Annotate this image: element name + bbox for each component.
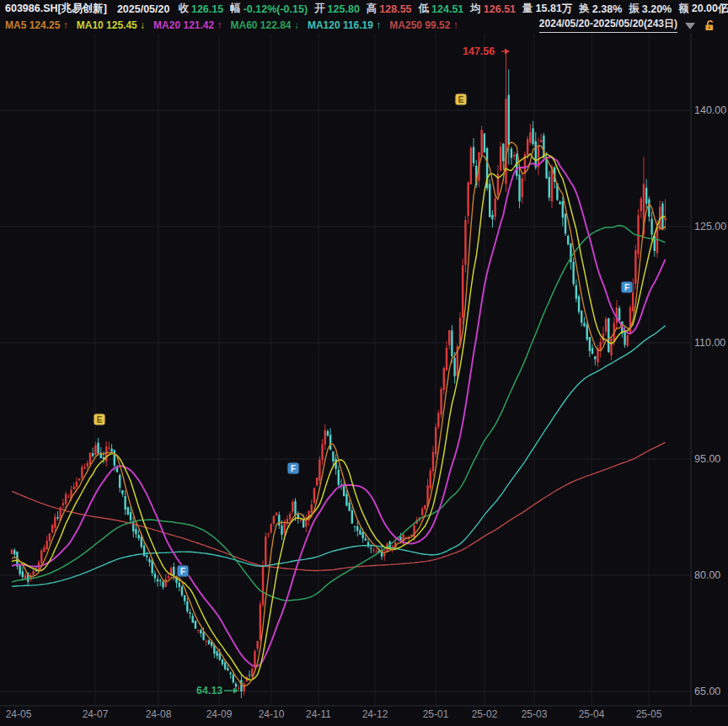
month-tick-label: 24-12 [362, 708, 388, 720]
ma-line-ma10 [12, 154, 666, 681]
ma-legend-ma250[interactable]: MA250 99.52 ↑ [389, 19, 458, 31]
quote-field-均: 均126.51 [470, 2, 516, 16]
price-tick-label: 110.00 [694, 337, 725, 349]
month-tick-label: 25-05 [636, 708, 662, 720]
gridlines [0, 34, 728, 706]
badge-E[interactable]: E [94, 414, 105, 425]
header-fields: 收126.15幅-0.12%(-0.15)开125.80高128.55低124.… [178, 2, 728, 16]
price-tick-label: 65.00 [694, 686, 720, 697]
unlock-icon[interactable] [704, 19, 716, 31]
month-tick-label: 24-07 [83, 708, 109, 720]
svg-text:F: F [180, 567, 185, 576]
ma-legend-ma5[interactable]: MA5 124.25 ↑ [5, 19, 68, 31]
month-tick-label: 25-02 [472, 708, 498, 720]
ma-legend-bar: MA5 124.25 ↑MA10 125.45 ↓MA20 121.42 ↑MA… [0, 18, 728, 32]
quote-field-高: 高128.55 [367, 2, 412, 16]
kline-app-window: { "header": { "symbol": "603986.SH[兆易创新]… [0, 0, 728, 726]
ma-legend-ma20[interactable]: MA20 121.42 ↑ [153, 19, 222, 31]
ma-legend-ma60[interactable]: MA60 122.84 ↓ [231, 19, 299, 31]
month-tick-label: 24-08 [146, 708, 172, 720]
badge-F[interactable]: F [621, 281, 633, 293]
ma-legend-ma10[interactable]: MA10 125.45 ↓ [77, 19, 145, 31]
kline-svg[interactable]: 140.00125.00110.0095.0080.0065.0024-0524… [0, 0, 728, 726]
annotation-low: 64.13 [196, 685, 222, 697]
month-tick-label: 25-01 [423, 708, 449, 720]
svg-text:E: E [97, 415, 103, 424]
quote-field-收: 收126.15 [178, 2, 223, 16]
quote-field-幅: 幅-0.12%(-0.15) [230, 2, 308, 16]
price-annotations: 147.5664.13 [196, 45, 510, 697]
month-tick-label: 25-04 [579, 708, 605, 720]
quote-field-振: 振3.20% [629, 2, 672, 16]
month-tick-label: 24-11 [306, 708, 331, 720]
month-tick-label: 24-05 [6, 708, 32, 720]
svg-text:F: F [624, 283, 629, 292]
ma-line-ma20 [12, 157, 666, 666]
quote-field-量: 量15.81万 [522, 2, 572, 16]
month-tick-label: 25-03 [522, 708, 548, 720]
range-selector-label[interactable]: 2024/05/20-2025/05/20(243日) [539, 17, 677, 33]
quote-field-开: 开125.80 [314, 2, 360, 16]
ma-line-ma120 [12, 326, 666, 587]
price-tick-label: 125.00 [694, 221, 726, 232]
header-bar: 603986.SH[兆易创新] 2025/05/20 收126.15幅-0.12… [0, 0, 728, 18]
quote-field-换: 换2.38% [579, 2, 622, 16]
ma-legend-ma120[interactable]: MA120 116.19 ↑ [308, 19, 381, 31]
price-tick-label: 80.00 [694, 569, 720, 581]
quote-field-低: 低124.51 [419, 2, 464, 16]
quote-date: 2025/05/20 [117, 3, 170, 15]
ma-lines [12, 142, 666, 686]
svg-text:E: E [458, 95, 464, 104]
badge-F[interactable]: F [177, 565, 189, 577]
price-tick-label: 95.00 [694, 453, 720, 465]
price-tick-label: 140.00 [694, 104, 726, 116]
clipped-right-glyph: 日 [720, 2, 728, 17]
annotation-high: 147.56 [463, 45, 495, 57]
month-tick-label: 24-09 [206, 708, 233, 720]
stock-symbol[interactable]: 603986.SH[兆易创新] [5, 2, 107, 16]
ma-line-ma60 [12, 226, 666, 601]
badge-F[interactable]: F [287, 462, 299, 474]
candles [11, 51, 666, 698]
ma-line-ma5 [12, 142, 666, 686]
svg-text:F: F [291, 464, 296, 473]
ma-legend: MA5 124.25 ↑MA10 125.45 ↓MA20 121.42 ↑MA… [5, 19, 467, 31]
badge-E[interactable]: E [455, 93, 467, 105]
axis-labels: 140.00125.00110.0095.0080.0065.0024-0524… [6, 104, 727, 720]
range-selector[interactable]: 2024/05/20-2025/05/20(243日) [539, 18, 716, 32]
month-tick-label: 24-10 [259, 708, 285, 720]
chevron-down-icon[interactable] [685, 23, 695, 29]
